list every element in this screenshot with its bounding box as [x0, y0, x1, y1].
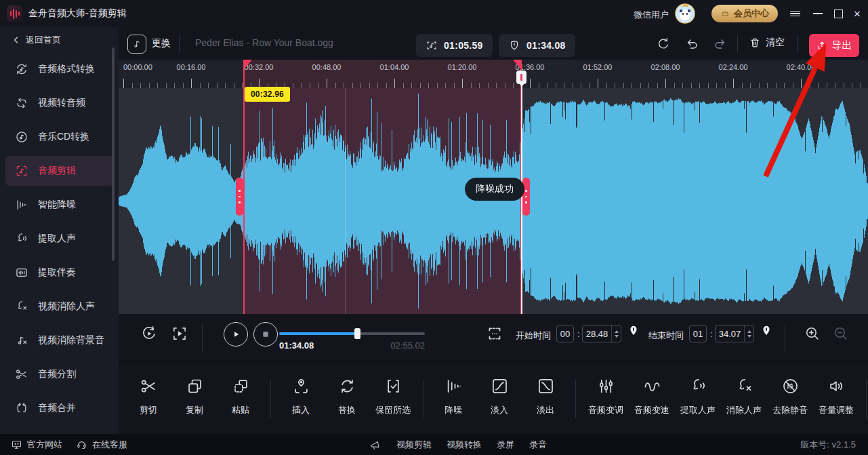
play-button[interactable] [224, 322, 248, 347]
version-label: 版本号: v2.1.5 [800, 434, 856, 455]
sidebar-item-extract-vocal[interactable]: 提取人声 [5, 224, 113, 254]
ruler-minor-tick [547, 83, 547, 88]
sidebar-item-video-to-audio[interactable]: 视频转音频 [5, 88, 113, 118]
loop-play-icon[interactable] [140, 325, 158, 342]
clear-button[interactable]: 清空 [749, 37, 785, 49]
file-name: Peder Elias - Row Your Boat.ogg [195, 37, 333, 48]
end-second-stepper[interactable] [744, 325, 753, 342]
support-link[interactable]: 在线客服 [76, 434, 127, 455]
ruler-minor-tick [132, 83, 133, 88]
ruler-minor-tick [377, 83, 378, 88]
tool-cut-button[interactable]: 剪切 [125, 377, 171, 416]
redo-icon[interactable] [713, 37, 728, 52]
tool-volume-button[interactable]: 音量调整 [813, 377, 859, 416]
sidebar-item-audio-split[interactable]: 音频分割 [5, 359, 113, 389]
export-button[interactable]: 导出 [809, 34, 859, 57]
ruler-minor-tick [386, 83, 387, 88]
status-link[interactable]: 视频剪辑 [396, 439, 432, 451]
sidebar-item-video-remove-bgm[interactable]: 视频消除背景音 [5, 325, 113, 355]
tool-fade-in-button[interactable]: 淡入 [476, 377, 522, 416]
ruler-minor-tick [835, 83, 835, 88]
sidebar-item-extract-accomp[interactable]: 提取伴奏 [5, 258, 113, 288]
headset-icon [76, 439, 87, 450]
waveform-canvas[interactable] [119, 88, 868, 314]
official-site-link[interactable]: 官方网站 [11, 434, 62, 455]
waveform-area[interactable] [119, 88, 868, 314]
maximize-button[interactable] [831, 7, 846, 20]
zoom-out-icon[interactable] [832, 325, 849, 342]
end-minute-field[interactable]: 01 [689, 325, 707, 342]
tool-pitch-button[interactable]: 音频变调 [583, 377, 629, 416]
ruler-major-tick [665, 79, 666, 88]
ruler-minor-tick [632, 83, 632, 88]
crown-icon [720, 9, 730, 18]
keep-selected-icon [384, 377, 402, 395]
refresh-icon[interactable] [656, 37, 671, 52]
selection-end-handle[interactable] [522, 178, 530, 216]
zoom-in-icon[interactable] [804, 325, 821, 342]
tool-extract-vocal-button[interactable]: 提取人声 [675, 377, 721, 416]
tool-speed-button[interactable]: 音频变速 [629, 377, 675, 416]
ruler-minor-tick [428, 83, 429, 88]
tool-remove-silence-button[interactable]: 静去除静音 [767, 377, 813, 416]
sidebar-item-video-remove-vocal[interactable]: 视频消除人声 [5, 292, 113, 321]
sidebar-item-cd-convert[interactable]: 音乐CD转换 [5, 122, 113, 152]
tool-insert-button[interactable]: 插入 [278, 377, 324, 416]
tool-replace-button[interactable]: 替换 [324, 377, 370, 416]
playhead-pin[interactable] [516, 71, 526, 84]
sidebar: 返回首页 音频格式转换视频转音频音乐CD转换音频剪辑智能降噪提取人声提取伴奏视频… [0, 27, 119, 434]
top-toolbar: 更换 Peder Elias - Row Your Boat.ogg 01:05… [119, 27, 868, 60]
undo-icon[interactable] [684, 37, 699, 52]
ruler-minor-tick [691, 83, 692, 88]
play-selection-icon[interactable] [171, 325, 188, 342]
status-link[interactable]: 录音 [529, 439, 547, 451]
playback-progress-bar[interactable] [279, 332, 425, 335]
sidebar-item-audio-merge[interactable]: 音频合并 [5, 393, 113, 423]
back-home-label: 返回首页 [26, 34, 61, 46]
start-second-stepper[interactable] [611, 325, 621, 342]
ruler-minor-tick [818, 83, 819, 88]
toolbar-divider [737, 35, 738, 52]
selection-start-handle[interactable] [236, 178, 243, 216]
stop-button[interactable] [253, 322, 278, 347]
extract-accomp-icon [15, 266, 28, 279]
video-to-audio-icon [15, 96, 28, 110]
sidebar-item-label: 音频剪辑 [38, 165, 76, 177]
sidebar-item-format-convert[interactable]: 音频格式转换 [5, 54, 113, 84]
ruler-minor-tick [556, 83, 556, 88]
ruler-minor-tick [844, 83, 844, 88]
back-home-button[interactable]: 返回首页 [12, 34, 61, 46]
selection-end-flag[interactable] [513, 60, 521, 69]
start-minute-field[interactable]: 00 [556, 325, 574, 342]
replace-button[interactable]: 更换 [152, 37, 171, 50]
status-link[interactable]: 录屏 [497, 439, 514, 451]
tool-keep-selected-button[interactable]: 保留所选 [370, 377, 416, 416]
user-avatar[interactable] [675, 3, 695, 24]
set-end-marker-icon[interactable] [758, 324, 774, 342]
sidebar-item-audio-edit[interactable]: 音频剪辑 [5, 156, 113, 186]
end-second-field[interactable]: 34.07 [715, 325, 754, 342]
end-time-label: 结束时间 [648, 330, 684, 342]
menu-icon[interactable] [787, 7, 802, 20]
start-second-field[interactable]: 28.48 [582, 325, 621, 342]
tool-remove-vocal-button[interactable]: 消除人声 [721, 377, 767, 416]
select-region-icon[interactable] [486, 325, 503, 342]
sidebar-item-smart-denoise[interactable]: 智能降噪 [5, 190, 113, 220]
tool-fade-out-button[interactable]: 淡出 [522, 377, 569, 416]
audio-split-icon [15, 368, 28, 381]
sidebar-scrollbar[interactable] [112, 47, 115, 261]
tool-denoise-button[interactable]: 降噪 [430, 377, 476, 416]
tool-paste-button[interactable]: 粘贴 [218, 377, 264, 416]
selection-start-flag[interactable] [244, 60, 252, 69]
timeline-ruler[interactable]: 00:00.0000:16.0000:32.0000:48.0001:04.00… [119, 60, 868, 88]
progress-handle[interactable] [354, 328, 360, 339]
tool-copy-button[interactable]: 复制 [171, 377, 218, 416]
member-center-button[interactable]: 会员中心 [711, 5, 778, 22]
minimize-button[interactable] [810, 7, 825, 20]
close-button[interactable]: × [850, 7, 865, 20]
status-link[interactable]: 视频转换 [447, 439, 482, 451]
set-start-marker-icon[interactable] [625, 324, 642, 342]
segment-divider-line [345, 88, 346, 314]
selection-start-tooltip: 00:32.96 [245, 87, 290, 102]
sidebar-item-label: 视频消除背景音 [38, 334, 104, 347]
